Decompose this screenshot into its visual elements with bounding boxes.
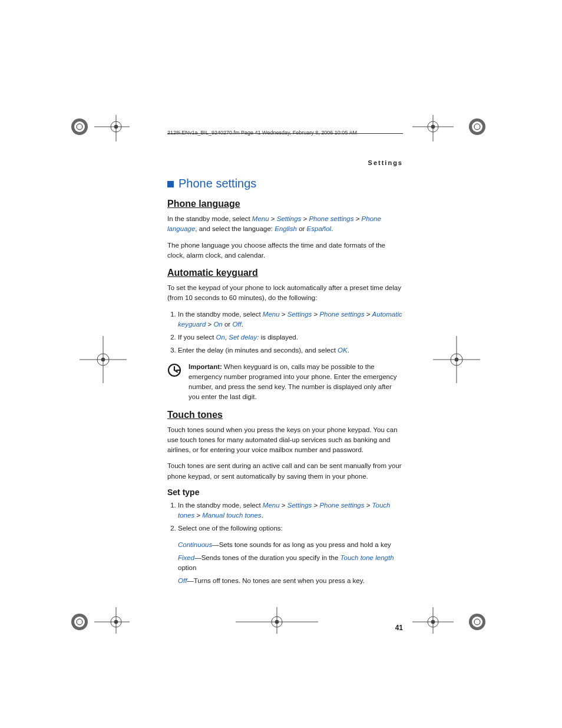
list-item: Enter the delay (in minutes and seconds)…: [178, 345, 403, 355]
list-item: In the standby mode, select Menu > Setti…: [178, 309, 403, 330]
header-line: 2128i.ENv1a_BIL_9240270.fm Page 41 Wedne…: [167, 130, 403, 136]
list-item: Select one of the following options:: [178, 523, 403, 533]
section-title-text: Phone settings: [178, 177, 256, 190]
subsection-automatic-keyguard: Automatic keyguard: [167, 268, 403, 278]
crop-marks-icon: [68, 115, 138, 150]
svg-point-30: [431, 620, 435, 624]
option-fixed: Fixed—Sends tones of the duration you sp…: [178, 553, 403, 574]
option-off: Off—Turns off tones. No tones are sent w…: [178, 576, 403, 586]
important-text: Important: When keyguard is on, calls ma…: [183, 362, 403, 403]
svg-point-26: [275, 620, 279, 624]
svg-point-2: [74, 121, 85, 132]
page-number: 41: [395, 624, 403, 632]
subhead-set-type: Set type: [167, 487, 403, 497]
section-title: Phone settings: [167, 177, 403, 190]
svg-point-7: [114, 125, 118, 129]
running-head: Settings: [167, 159, 403, 166]
steps-list: In the standby mode, select Menu > Setti…: [167, 309, 403, 356]
body-text: The phone language you choose affects th…: [167, 241, 403, 261]
steps-list: In the standby mode, select Menu > Setti…: [167, 500, 403, 534]
crop-marks-icon: [80, 336, 127, 383]
important-note: Important: When keyguard is on, calls ma…: [167, 362, 403, 403]
svg-point-32: [472, 617, 482, 627]
subsection-phone-language: Phone language: [167, 199, 403, 209]
svg-point-11: [431, 125, 435, 129]
important-icon: [167, 363, 183, 380]
option-continuous: Continuous—Sets tone sounds for as long …: [178, 540, 403, 550]
body-text: To set the keypad of your phone to lock …: [167, 283, 403, 304]
body-text: In the standby mode, select Menu > Setti…: [167, 214, 403, 235]
svg-point-41: [455, 358, 458, 361]
crop-marks-icon: [68, 598, 138, 634]
page-content: 2128i.ENv1a_BIL_9240270.fm Page 41 Wedne…: [167, 130, 403, 589]
body-text: Touch tones sound when you press the key…: [167, 425, 403, 456]
crop-marks-icon: [412, 115, 495, 150]
crop-marks-icon: [236, 598, 318, 634]
list-item: In the standby mode, select Menu > Setti…: [178, 500, 403, 521]
svg-point-37: [101, 358, 105, 361]
subsection-touch-tones: Touch tones: [167, 410, 403, 420]
crop-marks-icon: [433, 336, 480, 383]
list-item: If you select On, Set delay: is displaye…: [178, 332, 403, 342]
crop-marks-icon: [412, 598, 495, 634]
bullet-square-icon: [167, 181, 174, 187]
svg-point-17: [74, 617, 85, 627]
svg-point-22: [114, 620, 118, 624]
svg-point-14: [472, 121, 482, 132]
body-text: Touch tones are sent during an active ca…: [167, 461, 403, 482]
